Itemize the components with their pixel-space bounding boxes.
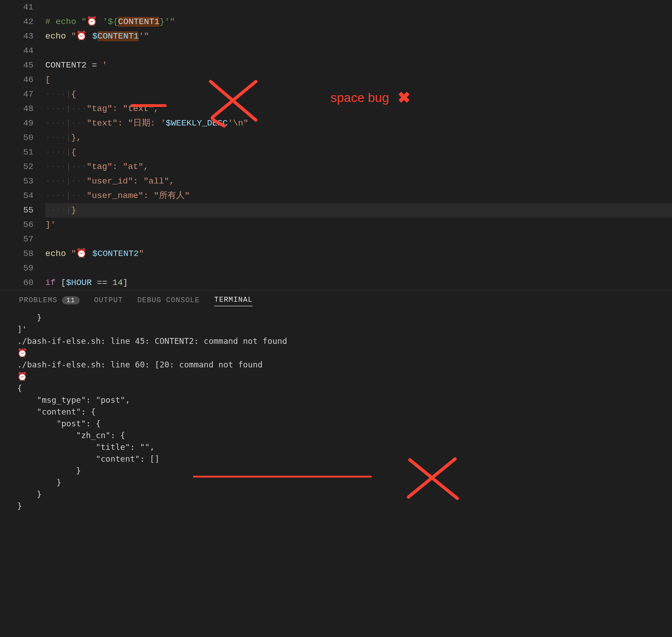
tab-terminal[interactable]: TERMINAL — [214, 296, 253, 306]
code-line[interactable]: # echo "⏰ '${CONTENT1}'" — [45, 14, 672, 29]
line-number: 43 — [0, 29, 34, 43]
code-line[interactable]: echo "⏰ $CONTENT1'" — [45, 29, 672, 43]
line-number: 60 — [0, 275, 34, 290]
code-line[interactable]: CONTENT2 = ' — [45, 58, 672, 72]
code-line[interactable]: ]' — [45, 217, 672, 232]
code-line[interactable]: ····|···"text": "日期: '$WEEKLY_DESC'\n" — [45, 116, 672, 130]
code-line[interactable] — [45, 261, 672, 275]
line-number: 55 — [0, 203, 34, 217]
panel-tabs: PROBLEMS 11 OUTPUT DEBUG CONSOLE TERMINA… — [0, 290, 672, 310]
line-number: 54 — [0, 188, 34, 203]
annotation-underline-terminal — [193, 476, 372, 478]
code-line[interactable]: echo "⏰ $CONTENT2" — [45, 246, 672, 261]
annotation-underline-assign — [130, 104, 167, 107]
code-line[interactable]: ····|}, — [45, 130, 672, 145]
code-line[interactable]: ····|···"tag": "at", — [45, 159, 672, 174]
code-line[interactable]: ····|} — [45, 203, 672, 217]
code-line[interactable] — [45, 43, 672, 58]
tab-output[interactable]: OUTPUT — [94, 296, 123, 304]
code-line[interactable]: ····|···"user_name": "所有人" — [45, 188, 672, 203]
code-line[interactable]: if [$HOUR == 14] — [45, 275, 672, 290]
line-number: 47 — [0, 87, 34, 101]
line-number: 41 — [0, 0, 34, 14]
line-number: 53 — [0, 174, 34, 188]
code-line[interactable]: ····|···"user_id": "all", — [45, 174, 672, 188]
code-content[interactable]: # echo "⏰ '${CONTENT1}'"echo "⏰ $CONTENT… — [45, 0, 672, 290]
line-number: 50 — [0, 130, 34, 145]
code-line[interactable] — [45, 0, 672, 14]
code-line[interactable]: ····|{ — [45, 145, 672, 159]
line-number: 48 — [0, 101, 34, 116]
code-editor[interactable]: 4142434445464748495051525354555657585960… — [0, 0, 672, 290]
tab-debug-label: DEBUG CONSOLE — [137, 296, 200, 304]
line-number: 42 — [0, 14, 34, 29]
line-number: 59 — [0, 261, 34, 275]
line-number: 58 — [0, 246, 34, 261]
line-number-gutter: 4142434445464748495051525354555657585960 — [0, 0, 45, 290]
bottom-panel: PROBLEMS 11 OUTPUT DEBUG CONSOLE TERMINA… — [0, 290, 672, 637]
terminal-output[interactable]: } ]' ./bash-if-else.sh: line 45: CONTENT… — [0, 310, 672, 637]
line-number: 57 — [0, 232, 34, 246]
annotation-x-glyph-icon: ✖ — [398, 88, 410, 106]
line-number: 51 — [0, 145, 34, 159]
annotation-space-bug-label: space bug — [331, 91, 389, 105]
line-number: 52 — [0, 159, 34, 174]
line-number: 49 — [0, 116, 34, 130]
tab-problems-label: PROBLEMS — [19, 296, 58, 304]
tab-problems[interactable]: PROBLEMS 11 — [19, 296, 80, 304]
line-number: 45 — [0, 58, 34, 72]
tab-debug-console[interactable]: DEBUG CONSOLE — [137, 296, 200, 304]
line-number: 44 — [0, 43, 34, 58]
problems-count-badge: 11 — [62, 296, 80, 304]
tab-output-label: OUTPUT — [94, 296, 123, 304]
line-number: 56 — [0, 217, 34, 232]
code-line[interactable] — [45, 232, 672, 246]
code-line[interactable]: [ — [45, 72, 672, 87]
tab-terminal-label: TERMINAL — [214, 296, 253, 304]
line-number: 46 — [0, 72, 34, 87]
